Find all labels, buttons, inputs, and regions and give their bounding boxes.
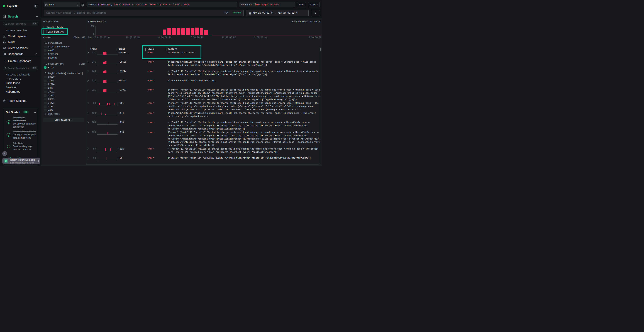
svg-text:7:30:00 PM: 7:30:00 PM <box>190 36 204 39</box>
svg-text:11:00:00 PM: 11:00:00 PM <box>222 36 236 39</box>
svg-text:0: 0 <box>93 33 94 36</box>
svg-text:12:30:00 PM: 12:30:00 PM <box>126 36 140 39</box>
svg-text:4:00:00 PM: 4:00:00 PM <box>158 36 172 39</box>
svg-text:80K: 80K <box>90 25 94 28</box>
svg-text:2:30:00 AM: 2:30:00 AM <box>254 36 267 39</box>
svg-text:8:30:00 AM: 8:30:00 AM <box>308 36 322 39</box>
svg-text:May 26 8:30:00 AM: May 26 8:30:00 AM <box>88 36 110 39</box>
